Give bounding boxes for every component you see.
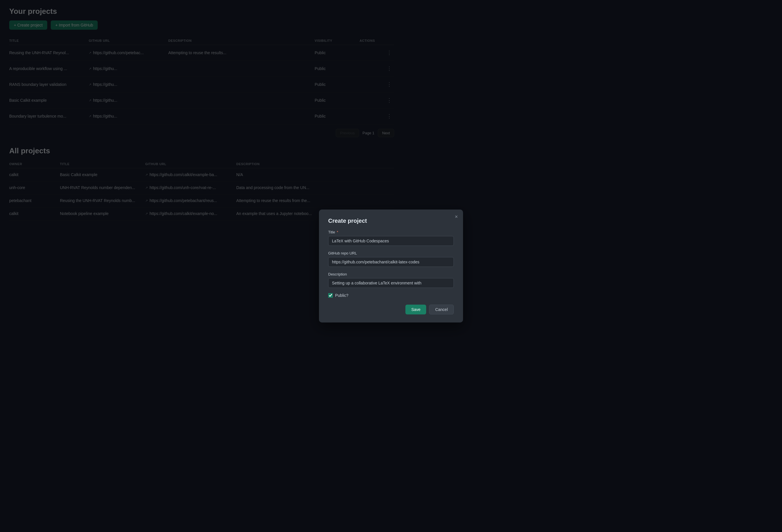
description-input[interactable] xyxy=(328,278,454,288)
modal-title: Create project xyxy=(328,218,454,224)
required-star: * xyxy=(337,230,338,234)
cancel-button[interactable]: Cancel xyxy=(429,305,454,314)
save-button[interactable]: Save xyxy=(405,305,426,314)
modal-overlay[interactable]: Create project × Title * GitHub repo URL… xyxy=(0,0,782,532)
create-project-modal: Create project × Title * GitHub repo URL… xyxy=(319,210,463,322)
github-url-label: GitHub repo URL xyxy=(328,251,454,255)
public-label[interactable]: Public? xyxy=(335,293,348,298)
github-url-form-group: GitHub repo URL xyxy=(328,251,454,267)
title-input[interactable] xyxy=(328,236,454,246)
public-checkbox-row: Public? xyxy=(328,293,454,298)
modal-footer: Save Cancel xyxy=(328,305,454,314)
title-form-group: Title * xyxy=(328,230,454,246)
public-checkbox[interactable] xyxy=(328,293,333,298)
description-label: Description xyxy=(328,272,454,276)
title-label: Title * xyxy=(328,230,454,234)
description-form-group: Description xyxy=(328,272,454,288)
github-url-input[interactable] xyxy=(328,257,454,267)
modal-close-button[interactable]: × xyxy=(455,214,458,219)
